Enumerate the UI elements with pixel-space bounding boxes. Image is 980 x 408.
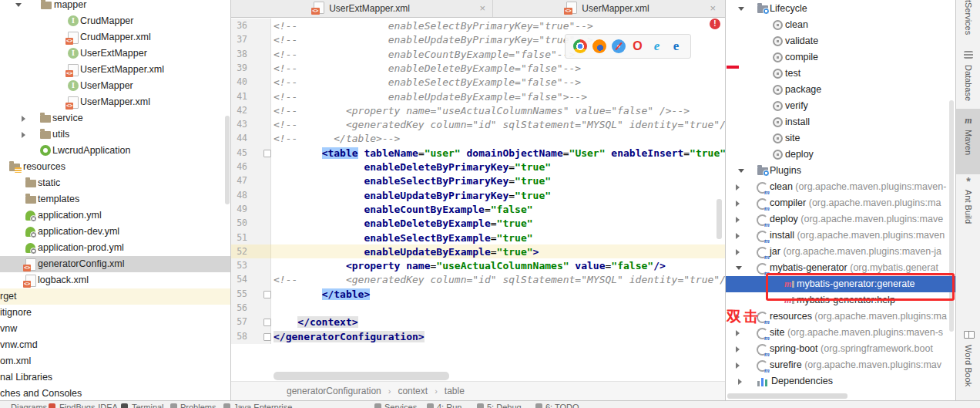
statusbar-item[interactable]: Java Enterprise	[233, 403, 292, 408]
statusbar-item[interactable]: Diagrams	[11, 403, 47, 408]
tree-item[interactable]: resources	[0, 159, 230, 175]
maven-item[interactable]: jar (org.apache.maven.plugins:maven-ja	[726, 244, 955, 260]
tree-item[interactable]: utils	[0, 126, 230, 143]
tree-item[interactable]: application-dev.yml	[0, 224, 230, 240]
statusbar-item[interactable]: Services	[384, 403, 417, 408]
code-line[interactable]: 45 <table tableName="user" domainObjectN…	[231, 146, 726, 160]
fold-marker-icon[interactable]	[263, 333, 271, 341]
tree-item[interactable]: UserExtMapper	[0, 46, 230, 62]
tree-item[interactable]: application-prod.yml	[0, 240, 230, 256]
tree-item[interactable]: mapper	[0, 0, 230, 13]
tab-usermapper-xml[interactable]: UserMapper.xml ×	[493, 0, 723, 17]
chevron-right-icon[interactable]	[22, 132, 25, 138]
code-line[interactable]: 58</generatorConfiguration>	[231, 329, 726, 344]
code-line[interactable]: 55 </table>	[231, 287, 726, 302]
vertical-scrollbar[interactable]	[717, 199, 722, 239]
chevron-down-icon[interactable]	[738, 7, 744, 11]
tree-item[interactable]: nal Libraries	[0, 369, 230, 386]
chevron-right-icon[interactable]	[22, 116, 25, 122]
maven-item[interactable]: verify	[726, 98, 955, 114]
tree-item[interactable]: application.yml	[0, 207, 230, 224]
toolbar-item-maven[interactable]: Maven	[964, 130, 973, 155]
code-line[interactable]: 51 enableSelectByExample="true"	[231, 231, 726, 245]
tree-item[interactable]: CrudMapper.xml	[0, 29, 230, 46]
edge-icon[interactable]: e	[670, 39, 683, 53]
statusbar-item[interactable]: FindBugs-IDEA	[59, 403, 118, 408]
maven-horizontal-scrollbar[interactable]	[727, 393, 847, 399]
chevron-down-icon[interactable]	[738, 169, 744, 173]
close-icon[interactable]: ×	[479, 2, 485, 14]
code-line[interactable]: 36<!-- enableSelectByPrimaryKey="true"--…	[231, 19, 726, 33]
breadcrumb-item[interactable]: generatorConfiguration	[287, 386, 381, 396]
maven-item[interactable]: site (org.apache.maven.plugins:maven-s	[726, 325, 955, 341]
toolbar-item-word-book[interactable]: Word Book	[964, 345, 973, 386]
statusbar-item[interactable]: 5: Debug	[487, 403, 522, 408]
chrome-icon[interactable]	[573, 39, 587, 53]
tab-userextmapper-xml[interactable]: UserExtMapper.xml ×	[231, 0, 493, 17]
chevron-right-icon[interactable]	[736, 346, 740, 352]
maven-item[interactable]: surefire (org.apache.maven.plugins:mav	[726, 357, 955, 373]
tree-item[interactable]: vnw	[0, 321, 230, 337]
tree-item[interactable]: LwcrudApplication	[0, 143, 230, 159]
code-line[interactable]: 49 enableCountByExample="false"	[231, 202, 726, 217]
chevron-right-icon[interactable]	[736, 233, 740, 239]
tree-item[interactable]: UserMapper.xml	[0, 94, 230, 110]
code-line[interactable]: 52 enableUpdateByExample="true">	[231, 244, 726, 259]
code-line[interactable]: 53 <property name="useActualColumnNames"…	[231, 258, 726, 273]
maven-item[interactable]: site	[726, 130, 955, 147]
tree-item[interactable]: UserExtMapper.xml	[0, 62, 230, 78]
tree-item[interactable]: logback.xml	[0, 272, 230, 288]
code-line[interactable]: 41<!-- enableUpdateByExample="false">-->	[231, 89, 726, 104]
code-line[interactable]: 43<!-- <generatedKey column="id" sqlStat…	[231, 117, 726, 132]
chevron-right-icon[interactable]	[738, 379, 742, 385]
fold-marker-icon[interactable]	[263, 319, 271, 326]
chevron-down-icon[interactable]	[15, 3, 22, 7]
toolbar-item-database[interactable]: Database	[964, 65, 973, 101]
maven-item[interactable]: validate	[726, 33, 955, 49]
horizontal-scrollbar[interactable]	[274, 372, 449, 380]
maven-item[interactable]: compiler (org.apache.maven.plugins:ma	[726, 195, 955, 211]
tree-item[interactable]: UserMapper	[0, 78, 230, 94]
tree-item[interactable]: CrudMapper	[0, 13, 230, 29]
toolbar-item-ant-build[interactable]: Ant Build	[964, 190, 973, 224]
breadcrumb-item[interactable]: context	[398, 386, 428, 396]
chevron-right-icon[interactable]	[736, 217, 740, 223]
statusbar-item[interactable]: Problems	[180, 403, 216, 408]
chevron-right-icon[interactable]	[736, 249, 740, 255]
code-line[interactable]: 57 </context>	[231, 315, 726, 329]
maven-item[interactable]: deploy	[726, 147, 955, 163]
maven-item[interactable]: spring-boot (org.springframework.boot	[726, 341, 955, 357]
code-line[interactable]: 50 enableDeleteByExample="true"	[231, 216, 726, 231]
tree-item[interactable]: vnw.cmd	[0, 337, 230, 353]
maven-item[interactable]: test	[726, 66, 955, 82]
chevron-right-icon[interactable]	[736, 362, 740, 369]
code-line[interactable]: 40<!-- enableSelectByExample="false"-->	[231, 75, 726, 89]
statusbar-item[interactable]: Terminal	[132, 403, 164, 408]
maven-item[interactable]: Plugins	[726, 163, 955, 179]
code-line[interactable]: 42<!-- <property name="useActualColumnNa…	[231, 103, 726, 118]
maven-item[interactable]: Lifecycle	[726, 1, 955, 17]
maven-item[interactable]: install	[726, 114, 955, 130]
tree-item[interactable]: generatorConfig.xml	[0, 256, 230, 272]
code-line[interactable]: 46 enableDeleteByPrimaryKey="true"	[231, 160, 726, 174]
tree-item[interactable]: templates	[0, 191, 230, 207]
chevron-right-icon[interactable]	[736, 330, 740, 336]
toolbar-item-tservices[interactable]: tServices	[964, 0, 973, 35]
error-indicator-icon[interactable]: !	[710, 19, 720, 29]
chevron-right-icon[interactable]	[736, 184, 740, 191]
code-line[interactable]: 47 enableSelectByPrimaryKey="true"	[231, 174, 726, 188]
maven-item[interactable]: install (org.apache.maven.plugins:maven	[726, 228, 955, 244]
chevron-right-icon[interactable]	[736, 201, 740, 207]
tree-item[interactable]: ches and Consoles	[0, 386, 230, 400]
code-line[interactable]: 44<!-- </table>-->	[231, 131, 726, 146]
code-line[interactable]: 48 enableUpdateByPrimaryKey="true"	[231, 188, 726, 203]
code-line[interactable]: 54<!-- <generatedKey column="id" sqlStat…	[231, 272, 726, 287]
maven-item[interactable]: clean	[726, 17, 955, 33]
ie-icon[interactable]: e	[650, 39, 664, 53]
maven-item[interactable]: compile	[726, 49, 955, 66]
code-line[interactable]: 56	[231, 301, 726, 315]
fold-marker-icon[interactable]	[263, 150, 271, 157]
maven-item[interactable]: Dependencies	[726, 373, 955, 389]
tree-item[interactable]: itignore	[0, 305, 230, 321]
tree-item[interactable]: service	[0, 110, 230, 126]
